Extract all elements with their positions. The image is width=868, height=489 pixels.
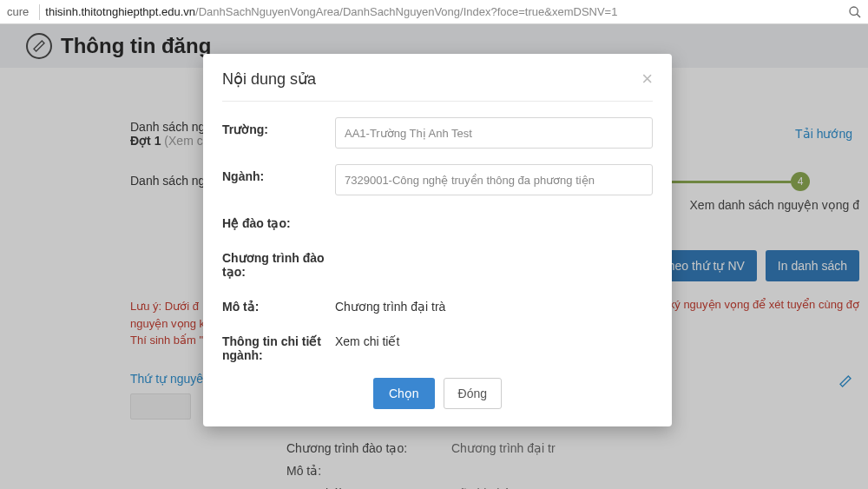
url-text[interactable]: thisinh.thitotnghiepthpt.edu.vn/DanhSach… <box>45 5 840 18</box>
value-ctdt <box>335 246 653 251</box>
label-hedaotao: Hệ đào tạo: <box>222 211 335 230</box>
svg-line-1 <box>857 14 860 17</box>
field-hedaotao: Hệ đào tạo: <box>222 211 653 230</box>
value-hedaotao <box>335 211 653 216</box>
label-mota: Mô tả: <box>222 294 335 314</box>
field-ttct: Thông tin chi tiết ngành: Xem chi tiết <box>222 329 653 362</box>
modal-actions: Chọn Đóng <box>222 378 653 409</box>
field-mota: Mô tả: Chương trình đại trà <box>222 294 653 314</box>
field-truong: Trường: <box>222 117 653 149</box>
value-mota: Chương trình đại trà <box>335 294 653 314</box>
choose-button[interactable]: Chọn <box>373 378 435 409</box>
url-path: /DanhSachNguyenVongArea/DanhSachNguyenVo… <box>195 5 617 18</box>
modal-title: Nội dung sửa <box>222 69 316 89</box>
url-host: thisinh.thitotnghiepthpt.edu.vn <box>45 5 195 18</box>
secure-label: cure <box>0 5 36 18</box>
edit-modal: Nội dung sửa × Trường: Ngành: Hệ đào tạo… <box>203 54 672 426</box>
input-truong[interactable] <box>335 117 653 149</box>
modal-header: Nội dung sửa × <box>222 69 653 102</box>
label-ctdt: Chương trình đào tạo: <box>222 246 335 279</box>
browser-url-bar: cure thisinh.thitotnghiepthpt.edu.vn/Dan… <box>0 0 868 24</box>
label-ttct: Thông tin chi tiết ngành: <box>222 329 335 362</box>
close-button[interactable]: Đóng <box>444 378 502 409</box>
close-icon[interactable]: × <box>641 69 653 89</box>
search-icon[interactable] <box>847 4 863 20</box>
value-ttct[interactable]: Xem chi tiết <box>335 329 653 348</box>
field-ctdt: Chương trình đào tạo: <box>222 246 653 279</box>
input-nganh[interactable] <box>335 164 653 195</box>
field-nganh: Ngành: <box>222 164 653 195</box>
label-truong: Trường: <box>222 117 335 136</box>
svg-point-0 <box>850 7 858 15</box>
label-nganh: Ngành: <box>222 164 335 183</box>
url-divider <box>39 4 40 20</box>
